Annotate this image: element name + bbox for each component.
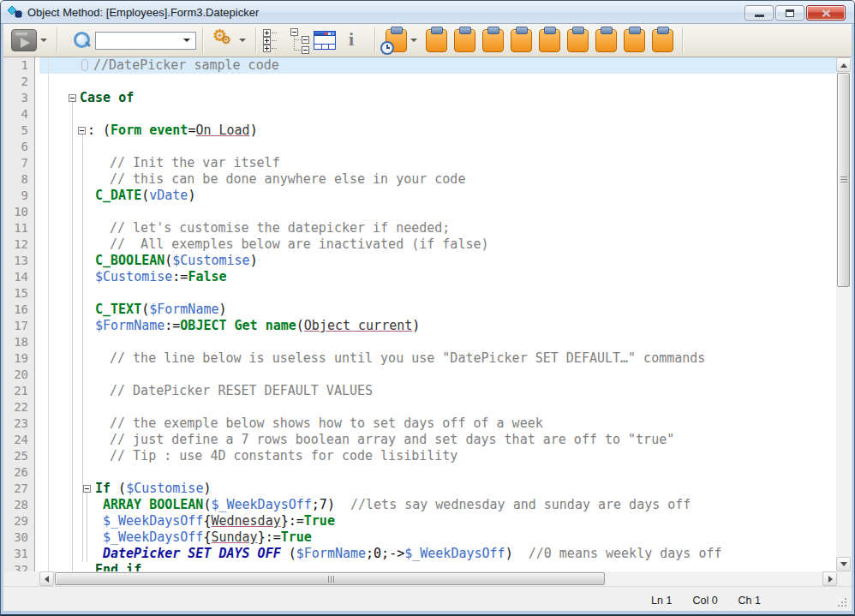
code-line-25[interactable]: // Tip : use 4D constants for code lisib… — [35, 448, 836, 464]
clipboard-button-4[interactable] — [511, 29, 532, 52]
clipboard-button-5[interactable] — [539, 29, 560, 52]
line-number: 1 — [3, 57, 34, 74]
line-number: 5 — [3, 123, 34, 139]
fold-collapse-icon[interactable] — [69, 94, 76, 102]
code-token: C_DATE — [95, 188, 141, 203]
code-line-5[interactable]: : (Form event=On Load) — [35, 123, 836, 139]
maximize-icon — [786, 9, 794, 17]
scrollbar-grip-icon — [840, 176, 847, 177]
line-number: 12 — [3, 236, 34, 253]
method-settings-button[interactable] — [210, 28, 236, 52]
line-number: 20 — [3, 367, 34, 383]
code-line-31[interactable]: DatePicker SET DAYS OFF ($FormName;0;->$… — [35, 546, 836, 562]
code-token: $FormName — [149, 302, 218, 317]
clipboard-button-8[interactable] — [624, 29, 645, 52]
macros-dropdown-arrow-icon[interactable] — [410, 39, 417, 42]
code-token: $FormName — [95, 318, 164, 333]
code-token: ) — [250, 123, 258, 138]
scroll-right-button[interactable] — [822, 571, 837, 586]
code-line-32[interactable]: End if — [35, 562, 836, 571]
code-token: ) — [203, 481, 211, 496]
code-line-29[interactable]: $_WeekDaysOff{Wednesday}:=True — [35, 513, 836, 529]
code-token: //DatePicker sample code — [93, 57, 279, 73]
code-line-27[interactable]: If ($Customise) — [35, 481, 836, 497]
code-token: True — [304, 513, 335, 529]
clipboard-button-2[interactable] — [454, 29, 475, 52]
code-token: ) — [412, 318, 420, 333]
code-line-11[interactable]: // let's customise the datepicker if nee… — [35, 220, 836, 236]
line-number: 4 — [3, 106, 34, 123]
clipboard-button-9[interactable] — [652, 29, 673, 52]
code-line-19[interactable]: // the line below is useless until you u… — [35, 350, 836, 367]
code-line-28[interactable]: ARRAY BOOLEAN($_WeekDaysOff;7) //lets sa… — [35, 497, 836, 513]
code-line-30[interactable]: $_WeekDaysOff{Sunday}:=True — [35, 529, 836, 546]
line-number: 17 — [3, 318, 34, 334]
macros-button[interactable] — [386, 29, 407, 52]
resize-grip-icon[interactable] — [838, 598, 846, 607]
search-dropdown-arrow-icon[interactable] — [183, 39, 190, 42]
code-line-8[interactable]: // this can be done anywhere else in you… — [35, 171, 836, 188]
line-number: 10 — [3, 204, 34, 220]
collapse-all-button[interactable] — [290, 28, 311, 52]
code-line-16[interactable]: C_TEXT($FormName) — [35, 302, 836, 318]
scroll-up-button[interactable] — [836, 57, 851, 72]
toolbar — [3, 24, 852, 57]
goto-form-button[interactable] — [314, 31, 336, 50]
method-info-button[interactable] — [344, 28, 359, 52]
line-number: 24 — [3, 432, 34, 448]
code-line-9[interactable]: C_DATE(vDate) — [35, 188, 836, 204]
horizontal-scrollbar[interactable] — [39, 571, 837, 586]
run-method-button[interactable] — [11, 29, 37, 51]
line-number: 16 — [3, 302, 34, 318]
code-line-1[interactable]: //DatePicker sample code — [35, 57, 836, 74]
scroll-left-button[interactable] — [39, 571, 54, 586]
search-input[interactable] — [98, 33, 180, 48]
code-token: Wednesday — [211, 513, 280, 529]
scroll-down-button[interactable] — [836, 557, 851, 571]
line-number: 29 — [3, 513, 34, 529]
toolbar-separator — [255, 27, 257, 53]
vertical-scrollbar[interactable] — [836, 57, 851, 571]
line-number-gutter: 1234567891011121314151617181920212223242… — [3, 57, 35, 571]
fold-collapse-icon[interactable] — [83, 485, 91, 493]
expand-all-button[interactable] — [263, 28, 284, 52]
code-line-21[interactable]: // DatePicker RESET DEFAULT VALUES — [35, 383, 836, 399]
status-bar: Ln 1Col 0Ch 1 — [3, 590, 852, 611]
code-line-24[interactable]: // just define a 7 rows boolean array an… — [35, 432, 836, 448]
code-line-17[interactable]: $FormName:=OBJECT Get name(Object curren… — [35, 318, 836, 334]
title-bar[interactable]: Object Method: [Employees].Form3.Datepic… — [1, 1, 854, 24]
settings-dropdown-arrow-icon[interactable] — [239, 39, 246, 42]
maximize-button[interactable] — [775, 5, 804, 21]
code-token: ) — [188, 188, 195, 203]
minimize-button[interactable] — [744, 5, 774, 21]
close-button[interactable] — [806, 5, 846, 21]
clipboard-button-3[interactable] — [482, 29, 504, 52]
clipboard-button-6[interactable] — [567, 29, 589, 52]
run-dropdown-arrow-icon[interactable] — [40, 39, 47, 42]
line-number: 30 — [3, 529, 34, 546]
code-token: DatePicker SET DAYS OFF — [103, 546, 281, 561]
code-token: ;7) — [312, 497, 350, 512]
code-line-3[interactable]: Case of — [35, 90, 836, 106]
code-line-7[interactable]: // Init the var itself — [35, 155, 836, 171]
code-line-13[interactable]: C_BOOLEAN($Customise) — [35, 253, 836, 269]
code-area[interactable]: //DatePicker sample codeCase of: (Form e… — [35, 57, 836, 571]
vertical-scrollbar-thumb[interactable] — [837, 73, 850, 287]
line-number: 23 — [3, 416, 34, 432]
search-combobox[interactable] — [95, 32, 196, 50]
fold-collapse-icon[interactable] — [78, 127, 86, 135]
code-line-12[interactable]: // All exemples below are inactivated (i… — [35, 236, 836, 253]
code-token: OBJECT Get name — [180, 318, 296, 333]
search-icon[interactable] — [73, 31, 92, 50]
code-line-14[interactable]: $Customise:=False — [35, 269, 836, 285]
code-token: }:= — [281, 513, 304, 529]
line-number: 6 — [3, 139, 34, 155]
code-token: True — [281, 529, 312, 545]
clipboard-button-1[interactable] — [426, 29, 447, 52]
toolbar-separator — [374, 27, 376, 53]
clipboard-button-7[interactable] — [595, 29, 617, 52]
horizontal-scrollbar-thumb[interactable] — [55, 572, 605, 585]
line-number: 8 — [3, 171, 34, 188]
code-lines: //DatePicker sample codeCase of: (Form e… — [35, 57, 836, 571]
code-line-23[interactable]: // the exemple below shows how to set da… — [35, 416, 836, 432]
